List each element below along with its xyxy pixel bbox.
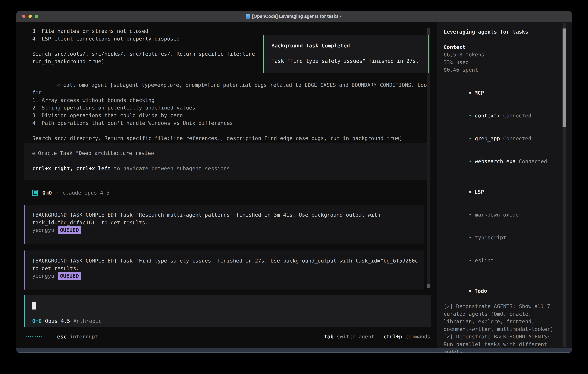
todo-section-header[interactable]: ▼Todo (444, 280, 562, 302)
dot-separator: · (56, 189, 59, 197)
task-message-meta: yeongyuQUEUED (32, 272, 424, 280)
traffic-lights (22, 15, 38, 18)
mcp-item: •websearch_exaConnected (444, 150, 562, 173)
agent-model: claude-opus-4-5 (63, 189, 110, 197)
todo-item-done: [✓] Demonstrate BACKGROUND AGENTS: Run p… (444, 333, 562, 353)
context-tokens: 66,518 tokens (444, 51, 562, 59)
esc-key-hint: esc (57, 333, 67, 341)
status-badge: QUEUED (58, 272, 81, 280)
window-title-group: [OpenCode] Leveraging agents for tasks ◐ (246, 14, 342, 19)
window-title: [OpenCode] Leveraging agents for tasks ◐ (252, 14, 342, 19)
input-agent-name: OmO (32, 317, 42, 325)
keybinding-text: ctrl+x right, ctrl+x left (32, 166, 111, 171)
task-user: yeongyu (32, 227, 54, 233)
record-icon: ◉ (32, 150, 35, 156)
chat-scrollbar-topcap (427, 28, 430, 35)
task-message-text: [BACKGROUND TASK COMPLETED] Task "Resear… (32, 211, 424, 226)
context-used: 33% used (444, 59, 562, 66)
lsp-item: •typescript (444, 226, 562, 249)
chat-scrollbar-thumb[interactable] (427, 284, 430, 288)
background-task-message: [BACKGROUND TASK COMPLETED] Task "Find t… (24, 250, 424, 290)
lsp-item: •eslint (444, 249, 562, 272)
chevron-down-icon: ▼ (469, 90, 471, 96)
agent-icon (32, 190, 38, 196)
gear-icon: ⚙ (57, 82, 61, 88)
input-provider-name: Anthropic (73, 317, 102, 325)
sidebar-scrollbar[interactable] (563, 23, 566, 347)
chevron-down-icon: ▼ (469, 189, 471, 195)
model-selector[interactable]: OmO Opus 4.5 Anthropic (32, 317, 102, 325)
app-window: [OpenCode] Leveraging agents for tasks ◐… (16, 11, 572, 353)
ctrlp-key-hint: ctrl+p (383, 333, 402, 341)
oracle-task-box[interactable]: ◉Oracle Task "Deep architecture review" … (24, 143, 427, 180)
context-spent: $0.46 spent (444, 66, 562, 74)
tool-call-text: call_omo_agent [subagent_type=explore, p… (32, 82, 433, 141)
close-button[interactable] (22, 15, 25, 18)
keybinding-label: to navigate between subagent sessions (111, 166, 230, 171)
oracle-task-title: Oracle Task "Deep architecture review" (38, 150, 157, 156)
agent-header: OmO · claude-opus-4-5 (32, 189, 110, 197)
subagent-nav-hint: ctrl+x right, ctrl+x left to navigate be… (32, 165, 427, 172)
mcp-item: •context7Connected (444, 104, 562, 127)
ctrlp-key-label: commands (405, 333, 430, 341)
chat-pane: 3. File handles or streams not closed 4.… (16, 22, 437, 348)
bullet-icon: • (469, 135, 472, 141)
tool-call-block: ⚙call_omo_agent [subagent_type=explore, … (32, 74, 436, 150)
zoom-button[interactable] (35, 15, 38, 18)
document-icon (246, 14, 250, 19)
session-title: Leveraging agents for tasks (444, 28, 562, 36)
oracle-task-line: ◉Oracle Task "Deep architecture review" (32, 149, 427, 157)
task-message-text: [BACKGROUND TASK COMPLETED] Task "Find t… (32, 257, 424, 272)
bullet-icon: • (469, 158, 472, 164)
window-titlebar[interactable]: [OpenCode] Leveraging agents for tasks ◐ (16, 11, 572, 22)
background-task-message: [BACKGROUND TASK COMPLETED] Task "Resear… (24, 205, 424, 244)
tab-key-label: switch agent (337, 333, 374, 341)
lsp-section-header[interactable]: ▼LSP (444, 180, 562, 204)
chevron-down-icon: ▼ (469, 288, 471, 294)
task-message-meta: yeongyuQUEUED (32, 226, 424, 234)
input-model-name: Opus 4.5 (45, 317, 70, 325)
esc-key-label: interrupt (70, 333, 98, 341)
text-cursor (32, 302, 36, 310)
bullet-icon: • (469, 113, 472, 119)
toast-body: Task "Find type safety issues" finished … (272, 57, 428, 65)
mcp-item: •grep_appConnected (444, 127, 562, 150)
status-bar: ········· esc interrupt tab switch agent… (16, 333, 437, 341)
context-header: Context (444, 43, 562, 51)
bullet-icon: • (469, 258, 472, 263)
spinner-dots-icon: ········· (25, 333, 42, 341)
minimize-button[interactable] (29, 15, 32, 18)
agent-icon-fill (34, 191, 37, 194)
todo-item-done: [✓] Demonstrate AGENTS: Show all 7 curat… (444, 302, 562, 333)
lsp-item: •markdown-oxide (444, 204, 562, 226)
status-badge: QUEUED (58, 226, 81, 234)
task-user: yeongyu (32, 273, 54, 279)
mcp-section-header[interactable]: ▼MCP (444, 82, 562, 104)
tab-key-hint: tab (324, 333, 334, 341)
prompt-input[interactable]: OmO Opus 4.5 Anthropic (24, 295, 431, 327)
agent-name: OmO (42, 189, 52, 197)
status-left: ········· esc interrupt (25, 333, 98, 341)
bullet-icon: • (469, 235, 472, 240)
sidebar-scrollbar-thumb[interactable] (563, 29, 566, 127)
toast-title: Background Task Completed (272, 42, 428, 50)
bullet-icon: • (469, 212, 472, 218)
session-sidebar: Leveraging agents for tasks Context 66,5… (437, 22, 572, 348)
background-task-toast[interactable]: Background Task Completed Task "Find typ… (263, 35, 429, 73)
status-right: tab switch agent ctrl+p commands (324, 333, 430, 341)
